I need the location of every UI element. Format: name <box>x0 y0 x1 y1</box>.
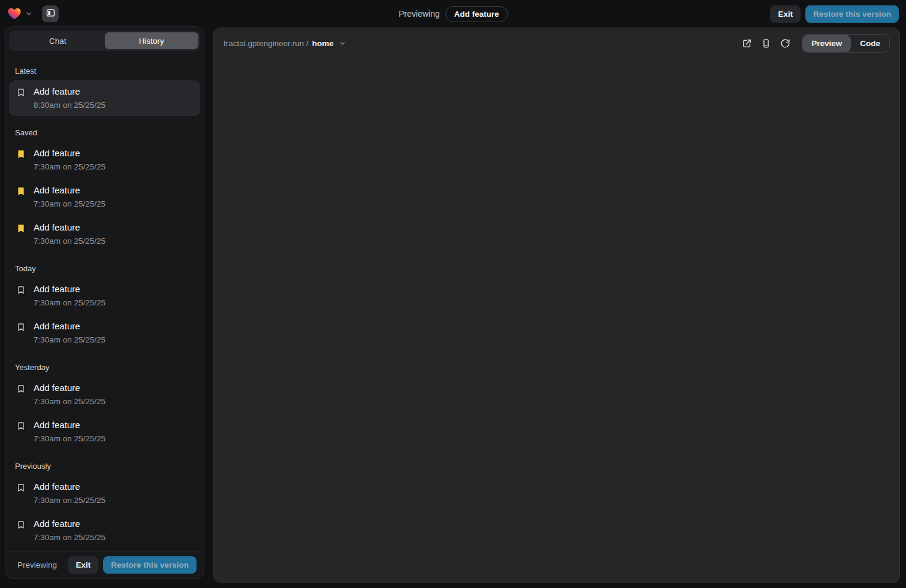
history-item-timestamp: 7:30am on 25/25/25 <box>34 434 105 444</box>
history-item-timestamp: 7:30am on 25/25/25 <box>34 298 105 308</box>
history-item-title: Add feature <box>34 481 105 493</box>
section-label: Yesterday <box>15 363 194 372</box>
history-sidebar: Chat History Latest Add feature 8:30am o… <box>5 26 204 579</box>
tab-chat[interactable]: Chat <box>11 32 105 49</box>
history-item-title: Add feature <box>34 419 105 431</box>
sidebar-footer: Previewing Exit Restore this version <box>5 551 204 578</box>
bookmark-outline-icon <box>16 483 26 492</box>
history-item-title: Add feature <box>34 184 105 196</box>
section-label: Latest <box>15 66 194 75</box>
history-item[interactable]: Add feature 7:30am on 25/25/25 <box>9 414 200 450</box>
history-item-timestamp: 7:30am on 25/25/25 <box>34 162 105 172</box>
history-item[interactable]: Add feature 7:30am on 25/25/25 <box>9 278 200 314</box>
url-selector[interactable]: fractal.gptengineer.run / home <box>224 39 346 48</box>
preview-panel: fractal.gptengineer.run / home <box>213 28 900 583</box>
history-item-timestamp: 7:30am on 25/25/25 <box>34 236 105 247</box>
history-item-title: Add feature <box>34 382 105 394</box>
bookmark-filled-icon <box>16 149 26 159</box>
code-tab[interactable]: Code <box>851 35 889 52</box>
history-item-title: Add feature <box>34 147 105 159</box>
history-item[interactable]: Add feature 7:30am on 25/25/25 <box>9 513 200 548</box>
preview-status: Previewing Add feature <box>398 6 508 22</box>
history-item-title: Add feature <box>34 320 105 332</box>
history-item-timestamp: 7:30am on 25/25/25 <box>34 495 105 506</box>
section-label: Saved <box>15 128 194 137</box>
history-item[interactable]: Add feature 8:30am on 25/25/25 <box>9 80 200 116</box>
top-bar: Previewing Add feature Exit Restore this… <box>0 0 906 28</box>
history-item-timestamp: 7:30am on 25/25/25 <box>34 199 105 210</box>
history-item-title: Add feature <box>34 283 105 295</box>
history-item-timestamp: 7:30am on 25/25/25 <box>34 335 105 345</box>
logo-chevron-down-icon[interactable] <box>25 10 32 17</box>
preview-header: fractal.gptengineer.run / home <box>214 28 899 58</box>
footer-restore-version-button[interactable]: Restore this version <box>103 556 197 574</box>
bookmark-outline-icon <box>16 384 26 393</box>
mobile-preview-icon[interactable] <box>757 35 774 51</box>
history-item[interactable]: Add feature 7:30am on 25/25/25 <box>9 377 200 413</box>
history-item-title: Add feature <box>34 86 105 98</box>
bookmark-outline-icon <box>16 285 26 295</box>
previewing-label: Previewing <box>398 9 439 19</box>
section-label: Previously <box>15 462 194 471</box>
top-bar-left <box>7 5 59 22</box>
history-item[interactable]: Add feature 7:30am on 25/25/25 <box>9 216 200 252</box>
restore-version-button[interactable]: Restore this version <box>805 5 899 23</box>
tab-history[interactable]: History <box>105 32 199 49</box>
top-bar-actions: Exit Restore this version <box>770 5 899 23</box>
bookmark-outline-icon <box>16 87 26 97</box>
history-item-timestamp: 7:30am on 25/25/25 <box>34 532 105 543</box>
open-in-new-tab-icon[interactable] <box>738 35 755 51</box>
preview-viewport[interactable] <box>214 58 899 582</box>
preview-header-actions: Preview Code <box>738 34 890 53</box>
history-item-title: Add feature <box>34 518 105 530</box>
bookmark-filled-icon <box>16 223 26 233</box>
exit-button[interactable]: Exit <box>770 5 801 23</box>
bookmark-filled-icon <box>16 186 26 196</box>
url-page: home <box>312 39 334 48</box>
history-item-title: Add feature <box>34 222 105 234</box>
history-item[interactable]: Add feature 7:30am on 25/25/25 <box>9 142 200 178</box>
panel-left-icon <box>46 8 56 20</box>
refresh-icon[interactable] <box>777 35 793 51</box>
bookmark-outline-icon <box>16 520 26 529</box>
history-item[interactable]: Add feature 7:30am on 25/25/25 <box>9 475 200 511</box>
history-item-timestamp: 8:30am on 25/25/25 <box>34 100 105 111</box>
history-item[interactable]: Add feature 7:30am on 25/25/25 <box>9 179 200 215</box>
lovable-logo-heart-icon[interactable] <box>7 7 22 21</box>
url-chevron-down-icon <box>339 40 346 47</box>
history-list[interactable]: Latest Add feature 8:30am on 25/25/25 Sa… <box>5 54 204 551</box>
history-item[interactable]: Add feature 7:30am on 25/25/25 <box>9 315 200 351</box>
view-toggle: Preview Code <box>802 34 890 53</box>
sidebar-tabs: Chat History <box>9 31 200 51</box>
footer-previewing-label: Previewing <box>13 560 57 569</box>
history-item-timestamp: 7:30am on 25/25/25 <box>34 396 105 407</box>
bookmark-outline-icon <box>16 322 26 332</box>
bookmark-outline-icon <box>16 421 26 431</box>
url-prefix: fractal.gptengineer.run / <box>224 39 309 48</box>
section-label: Today <box>15 264 194 273</box>
sidebar-toggle-button[interactable] <box>42 5 59 22</box>
preview-tab[interactable]: Preview <box>802 35 851 52</box>
version-badge[interactable]: Add feature <box>446 6 508 22</box>
footer-exit-button[interactable]: Exit <box>68 556 98 574</box>
